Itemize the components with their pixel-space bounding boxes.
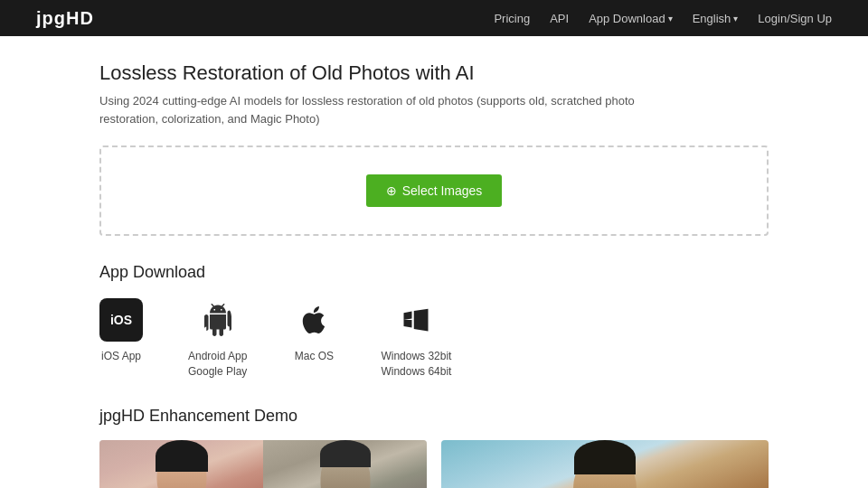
- demo-title: jpgHD Enhancement Demo: [99, 407, 769, 426]
- android-app-item[interactable]: Android AppGoogle Play: [188, 298, 247, 380]
- plus-icon: ⊕: [386, 183, 397, 198]
- logo[interactable]: jpgHD: [36, 8, 94, 29]
- ios-app-label: iOS App: [101, 349, 141, 364]
- language-link[interactable]: English: [693, 12, 739, 25]
- page-subtitle: Using 2024 cutting-edge AI models for lo…: [99, 92, 642, 127]
- api-link[interactable]: API: [550, 12, 569, 25]
- android-app-label: Android AppGoogle Play: [188, 349, 247, 380]
- logo-light: jpg: [36, 8, 66, 28]
- login-link[interactable]: Login/Sign Up: [758, 12, 832, 25]
- mac-app-item[interactable]: Mac OS: [292, 298, 335, 364]
- demo-card-2: [441, 440, 769, 488]
- demo-row: ‹ ›: [99, 440, 769, 488]
- windows-app-item[interactable]: Windows 32bitWindows 64bit: [381, 298, 451, 380]
- mac-icon: [292, 298, 335, 342]
- windows-icon: [394, 298, 438, 342]
- ios-icon: iOS: [99, 298, 143, 342]
- demo-photo-original: [263, 440, 427, 488]
- logo-bold: HD: [66, 8, 94, 28]
- select-images-button[interactable]: ⊕ Select Images: [366, 174, 503, 207]
- windows-app-label: Windows 32bitWindows 64bit: [381, 349, 451, 380]
- main-content: Lossless Restoration of Old Photos with …: [81, 36, 787, 488]
- app-download-title: App Download: [99, 263, 769, 282]
- demo-card-1: ‹ ›: [99, 440, 427, 488]
- select-images-label: Select Images: [402, 183, 483, 198]
- ios-icon-text: iOS: [110, 313, 132, 327]
- app-download-link[interactable]: App Download: [589, 12, 673, 25]
- pricing-link[interactable]: Pricing: [494, 12, 530, 25]
- nav-links: Pricing API App Download English Login/S…: [494, 12, 832, 25]
- app-download-row: iOS iOS App Android AppGoogle Play Mac O…: [99, 298, 769, 380]
- ios-app-item[interactable]: iOS iOS App: [99, 298, 143, 364]
- page-title: Lossless Restoration of Old Photos with …: [99, 61, 769, 85]
- demo-photo-restored: [99, 440, 263, 488]
- android-icon: [196, 298, 240, 342]
- navbar: jpgHD Pricing API App Download English L…: [0, 0, 868, 36]
- demo-card-inner-1: [99, 440, 427, 488]
- upload-area[interactable]: ⊕ Select Images: [99, 145, 769, 236]
- mac-app-label: Mac OS: [295, 349, 334, 364]
